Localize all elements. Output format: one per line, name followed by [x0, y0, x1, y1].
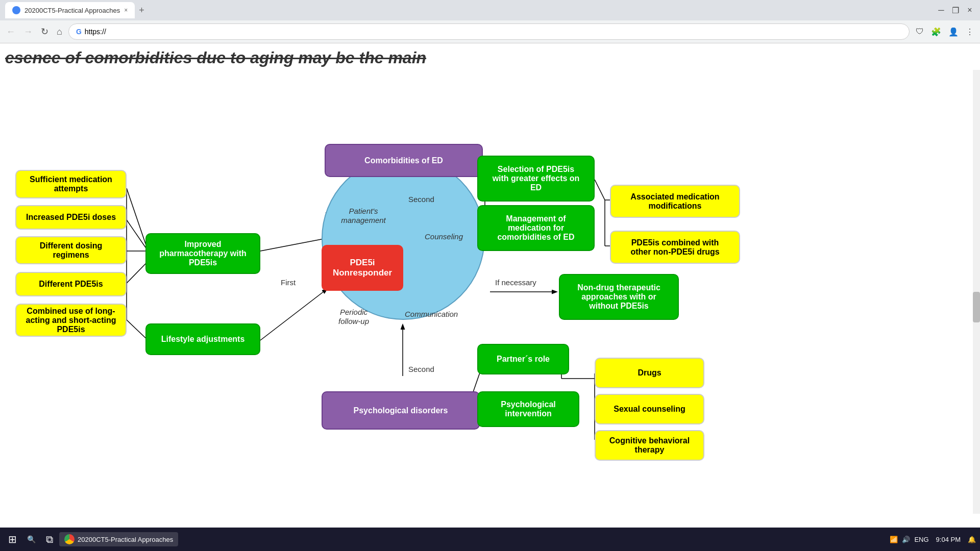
taskbar-time: 9:04 PM	[936, 536, 961, 543]
scrollbar[interactable]	[973, 70, 980, 514]
browser-tab[interactable]: 20200CT5-Practical Approaches ×	[5, 2, 135, 18]
pde5i-nonresponder-box: PDE5i Nonresponder	[322, 245, 403, 291]
windows-start-button[interactable]: ⊞	[4, 530, 21, 548]
taskbar-chrome-app[interactable]: 20200CT5-Practical Approaches	[59, 532, 178, 546]
svg-line-6	[260, 238, 327, 251]
url-bar[interactable]: G	[68, 23, 910, 40]
lifestyle-adjustments-box: Lifestyle adjustments	[145, 323, 260, 355]
diagram-area: PDE5i Nonresponder Patient's management …	[0, 70, 980, 514]
taskbar-system-icons: 📶 🔊 ENG	[890, 536, 928, 543]
taskbar-right: 📶 🔊 ENG 9:04 PM 🔔	[890, 536, 976, 543]
page-content: esence of comorbidities due to aging may…	[0, 43, 980, 528]
different-pde5is-box: Different PDE5is	[15, 272, 127, 296]
svg-line-1	[127, 220, 148, 251]
task-view-button[interactable]: ⧉	[42, 531, 57, 548]
second-bottom-label: Second	[408, 365, 434, 373]
title-bar: 20200CT5-Practical Approaches × + ─ ❐ ×	[0, 0, 980, 20]
volume-icon: 🔊	[902, 536, 910, 543]
window-controls: ─ ❐ ×	[936, 5, 975, 15]
chrome-icon	[64, 534, 75, 544]
language-indicator: ENG	[914, 536, 928, 543]
back-button[interactable]: ←	[4, 24, 17, 39]
drugs-box: Drugs	[595, 358, 704, 388]
second-top-label: Second	[408, 195, 434, 204]
profile-button[interactable]: 👤	[946, 25, 961, 39]
svg-line-11	[595, 180, 605, 200]
connections-svg	[0, 70, 980, 514]
svg-line-7	[260, 289, 327, 340]
first-left-label: First	[281, 278, 296, 287]
tab-close-button[interactable]: ×	[124, 7, 128, 14]
extensions-button[interactable]: 🧩	[929, 25, 943, 39]
svg-line-3	[127, 261, 148, 283]
non-drug-box: Non-drug therapeutic approaches with or …	[559, 274, 679, 320]
maximize-button[interactable]: ❐	[950, 5, 961, 15]
search-button[interactable]: 🔍	[23, 532, 40, 546]
notification-icon[interactable]: 🔔	[968, 536, 976, 543]
increased-pde5i-box: Increased PDE5i doses	[15, 205, 127, 230]
patients-management-label: Patient's management	[333, 207, 394, 225]
scrollbar-thumb[interactable]	[973, 292, 980, 322]
if-necessary-label: If necessary	[495, 278, 536, 287]
psychological-disorders-box: Psychological disorders	[322, 391, 480, 430]
periodic-followup-label: Periodic follow-up	[326, 308, 382, 326]
forward-button[interactable]: →	[21, 24, 35, 39]
pde5is-combined-box: PDE5is combined with other non-PDE5i dru…	[610, 231, 740, 264]
minimize-button[interactable]: ─	[936, 5, 946, 15]
reload-button[interactable]: ↻	[39, 24, 51, 39]
improved-pharmacotherapy-box: Improved pharmacotherapy with PDE5is	[145, 233, 260, 274]
management-medication-box: Management of medication for comorbiditi…	[477, 205, 595, 251]
close-button[interactable]: ×	[965, 5, 975, 15]
cognitive-behavioral-box: Cognitive behavioral therapy	[595, 430, 704, 461]
sufficient-medication-box: Sufficient medication attempts	[15, 170, 127, 198]
page-header-text: esence of comorbidities due to aging may…	[0, 43, 980, 67]
shield-icon[interactable]: 🛡	[914, 25, 926, 38]
home-button[interactable]: ⌂	[55, 24, 64, 39]
tab-favicon	[12, 6, 20, 14]
menu-button[interactable]: ⋮	[964, 25, 976, 39]
psychological-intervention-box: Psychological intervention	[477, 391, 579, 427]
google-icon: G	[76, 28, 82, 36]
new-tab-button[interactable]: +	[139, 5, 144, 16]
combined-use-box: Combined use of long- acting and short-a…	[15, 304, 127, 337]
nav-right-controls: 🛡 🧩 👤 ⋮	[914, 25, 976, 39]
taskbar: ⊞ 🔍 ⧉ 20200CT5-Practical Approaches 📶 🔊 …	[0, 528, 980, 551]
different-dosing-box: Different dosing regimens	[15, 236, 127, 264]
counseling-label: Counseling	[425, 232, 463, 241]
url-input[interactable]	[85, 28, 902, 36]
taskbar-app-label: 20200CT5-Practical Approaches	[78, 536, 173, 543]
nav-bar: ← → ↻ ⌂ G 🛡 🧩 👤 ⋮	[0, 20, 980, 43]
svg-line-4	[127, 320, 148, 340]
associated-medication-box: Associated medication modifications	[610, 185, 740, 218]
network-icon: 📶	[890, 536, 898, 543]
partners-role-box: Partner´s role	[477, 344, 569, 374]
selection-pde5is-box: Selection of PDE5is with greater effects…	[477, 156, 595, 202]
comorbidities-box: Comorbidities of ED	[325, 144, 483, 177]
taskbar-clock: 9:04 PM	[936, 536, 961, 543]
browser-chrome: 20200CT5-Practical Approaches × + ─ ❐ × …	[0, 0, 980, 43]
communication-label: Communication	[405, 310, 458, 319]
tab-title: 20200CT5-Practical Approaches	[24, 7, 120, 14]
svg-line-0	[127, 188, 148, 251]
sexual-counseling-box: Sexual counseling	[595, 394, 704, 424]
